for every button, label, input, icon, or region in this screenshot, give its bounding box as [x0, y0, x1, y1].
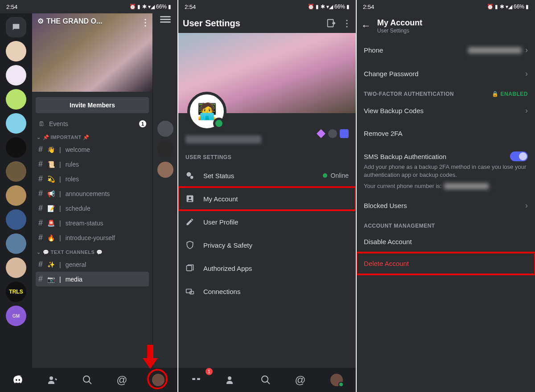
category-header[interactable]: ⌄💬 TEXT CHANNELS 💬 — [37, 249, 148, 255]
invite-members-button[interactable]: Invite Members — [36, 97, 149, 113]
sms-toggle[interactable] — [510, 151, 528, 161]
member-avatar[interactable] — [157, 121, 173, 137]
chevron-right-icon: › — [525, 106, 528, 115]
row-privacy[interactable]: Privacy & Safety — [178, 233, 356, 257]
member-strip[interactable] — [152, 13, 177, 392]
phone-value-blurred — [444, 183, 489, 189]
status-icons: ⏰ ▮ ✱ ▾◢ 66% ▮ — [308, 4, 350, 10]
hamburger-icon[interactable] — [160, 16, 171, 17]
status-icon — [185, 171, 195, 180]
nav-friends[interactable] — [47, 375, 58, 385]
connections-icon — [185, 287, 195, 296]
enabled-badge: 🔒ENABLED — [492, 91, 528, 97]
row-disable-account[interactable]: Disable Account — [357, 231, 535, 253]
row-set-status[interactable]: Set Status Online — [178, 164, 356, 187]
back-arrow-icon[interactable]: ← — [361, 20, 371, 32]
server-avatar[interactable] — [6, 161, 26, 182]
clock: 2:54 — [6, 4, 17, 10]
clock: 2:54 — [185, 4, 196, 10]
status-icons: ⏰ ▮ ✱ ▾◢ 66% ▮ — [487, 4, 529, 10]
status-bar: 2:54 ⏰ ▮ ✱ ▾◢ 66% ▮ — [357, 0, 535, 13]
server-menu-icon[interactable]: ⋮ — [141, 17, 150, 28]
online-dot-icon — [323, 173, 327, 178]
events-row[interactable]: 🗓 Events 1 — [36, 118, 149, 130]
channel-introduce-yourself[interactable]: #🔥|introduce-yourself — [36, 230, 149, 245]
screen-my-account: 2:54 ⏰ ▮ ✱ ▾◢ 66% ▮ ← My Account User Se… — [357, 0, 535, 392]
sms-current-phone: Your current phone number is: — [357, 182, 535, 194]
category-header[interactable]: ⌄📌 IMPORTANT 📌 — [37, 135, 148, 140]
nitro-badge-icon — [317, 129, 325, 138]
status-bar: 2:54 ⏰ ▮ ✱ ▾◢ 66% ▮ — [0, 0, 177, 13]
server-avatar[interactable] — [6, 113, 26, 134]
settings-header: User Settings ⋮ — [178, 13, 356, 33]
exit-icon[interactable] — [326, 18, 336, 28]
server-avatar[interactable] — [6, 41, 26, 61]
channel-welcome[interactable]: #👋|welcome — [36, 142, 149, 157]
svg-point-6 — [189, 197, 191, 199]
chevron-right-icon: › — [525, 45, 528, 55]
nav-search[interactable] — [82, 375, 93, 385]
nav-discord[interactable] — [12, 374, 24, 386]
nav-profile[interactable] — [329, 373, 344, 387]
row-user-profile[interactable]: User Profile — [178, 210, 356, 233]
nav-mentions[interactable]: @ — [116, 374, 127, 386]
nav-discord[interactable]: 1 — [190, 374, 202, 386]
member-avatar[interactable] — [157, 162, 173, 178]
row-sms-backup[interactable]: SMS Backup Authentication — [357, 144, 535, 163]
row-phone[interactable]: Phone › — [357, 38, 535, 62]
nav-profile[interactable] — [151, 373, 165, 387]
svg-rect-7 — [187, 265, 192, 271]
profile-avatar[interactable] — [329, 373, 344, 387]
server-list[interactable]: TRLS GM — [0, 13, 32, 392]
server-avatar[interactable] — [6, 89, 26, 110]
account-icon — [185, 194, 195, 203]
server-avatar[interactable] — [6, 209, 26, 230]
server-avatar[interactable]: TRLS — [6, 282, 26, 302]
row-blocked-users[interactable]: Blocked Users › — [357, 194, 535, 217]
phone-value-blurred — [468, 47, 522, 53]
nav-badge: 1 — [206, 368, 213, 375]
svg-point-1 — [83, 376, 90, 382]
server-title: THE GRAND O... — [46, 17, 102, 25]
row-delete-account[interactable]: Delete Account — [357, 253, 535, 274]
channel-media[interactable]: #📷|media — [36, 272, 149, 286]
boost-badge-icon — [328, 129, 337, 138]
svg-rect-8 — [186, 289, 192, 293]
server-avatar[interactable]: GM — [6, 306, 26, 326]
channel-rules[interactable]: #📜|rules — [36, 157, 149, 172]
channel-roles[interactable]: #💫|roles — [36, 172, 149, 186]
svg-point-3 — [187, 172, 191, 177]
channel-general[interactable]: #✨|general — [36, 257, 149, 272]
nav-mentions[interactable]: @ — [295, 374, 305, 386]
nav-search[interactable] — [260, 375, 271, 385]
server-banner[interactable]: ⚙THE GRAND O... ⋮ — [32, 13, 152, 92]
row-backup-codes[interactable]: View Backup Codes › — [357, 99, 535, 122]
channel-announcements[interactable]: #📢|announcements — [36, 186, 149, 201]
channel-schedule[interactable]: #📝|schedule — [36, 201, 149, 216]
annotation-circle — [147, 369, 168, 389]
events-label: Events — [49, 120, 68, 127]
member-avatar[interactable] — [157, 141, 173, 157]
dm-button[interactable] — [6, 17, 26, 37]
row-remove-2fa[interactable]: Remove 2FA — [357, 122, 535, 144]
server-avatar[interactable] — [6, 185, 26, 206]
row-change-password[interactable]: Change Password › — [357, 62, 535, 86]
server-avatar[interactable] — [6, 233, 26, 254]
server-avatar[interactable] — [6, 137, 26, 158]
row-my-account[interactable]: My Account — [178, 187, 356, 210]
nav-friends[interactable] — [226, 375, 236, 385]
channel-stream-status[interactable]: #🚨|stream-status — [36, 216, 149, 230]
server-avatar[interactable] — [6, 65, 26, 86]
calendar-icon: 🗓 — [38, 120, 45, 127]
row-authorized-apps[interactable]: Authorized Apps — [178, 257, 356, 280]
overflow-icon[interactable]: ⋮ — [342, 18, 351, 29]
profile-avatar[interactable]: 🧑‍💻 — [187, 92, 226, 131]
svg-point-4 — [190, 176, 193, 179]
svg-point-11 — [262, 376, 268, 382]
server-avatar[interactable] — [6, 257, 26, 278]
page-title: User Settings — [183, 18, 240, 29]
clock: 2:54 — [363, 4, 374, 10]
row-connections[interactable]: Connections — [178, 280, 356, 303]
pencil-icon — [185, 217, 195, 226]
status-indicator — [338, 382, 344, 387]
